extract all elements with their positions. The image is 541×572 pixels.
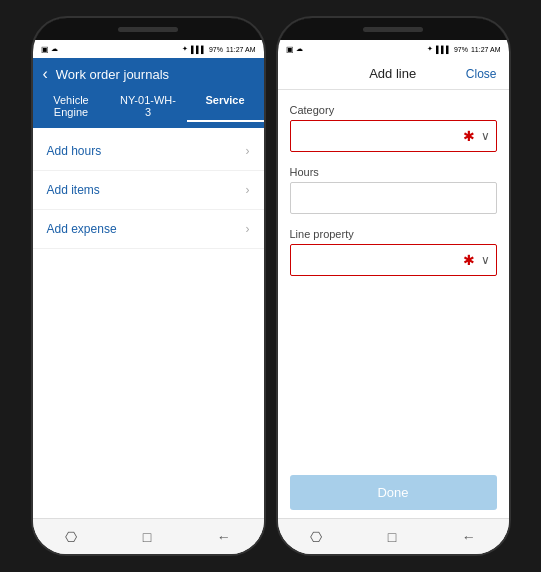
add-hours-label: Add hours [47,144,102,158]
phone2-bottom-nav: ⎔ □ ← [278,518,509,554]
category-field-group: Category ✱ ∨ [290,104,497,152]
chevron-right-icon: › [246,144,250,158]
phone1-notch [33,18,264,40]
camera-icon: ▣ [41,45,49,54]
phone1-bottom-nav: ⎔ □ ← [33,518,264,554]
add-items-label: Add items [47,183,100,197]
bluetooth-icon: ✦ [182,45,188,53]
cloud-icon: ☁ [51,45,58,53]
close-button[interactable]: Close [466,67,497,81]
status-right-2: ✦ ▌▌▌ 97% 11:27 AM [427,45,500,53]
add-line-header: Add line Close [278,58,509,90]
action-list: Add hours › Add items › Add expense › [33,128,264,518]
camera-icon-2: ▣ [286,45,294,54]
tab-vehicle-engine[interactable]: Vehicle Engine [33,90,110,122]
cloud-icon-2: ☁ [296,45,303,53]
signal-icon: ▌▌▌ [191,46,206,53]
category-required-icon: ✱ [463,128,475,144]
status-left-2: ▣ ☁ [286,45,303,54]
home-button[interactable]: □ [143,529,151,545]
tab-ny-01-wh-3[interactable]: NY-01-WH-3 [110,90,187,122]
add-hours-item[interactable]: Add hours › [33,132,264,171]
phone1-header: ‹ Work order journals [33,58,264,90]
category-label: Category [290,104,497,116]
phone-2: ▣ ☁ ✦ ▌▌▌ 97% 11:27 AM Add line Close Ca… [276,16,511,556]
line-property-required-icon: ✱ [463,252,475,268]
tab-service[interactable]: Service [187,90,264,122]
add-line-title: Add line [369,66,416,81]
battery-pct: 97% [209,46,223,53]
phone2-screen: Add line Close Category ✱ ∨ Hours [278,58,509,554]
hours-label: Hours [290,166,497,178]
back-nav-button[interactable]: ← [217,529,231,545]
home-button-2[interactable]: □ [388,529,396,545]
category-dropdown-icon[interactable]: ∨ [481,129,490,143]
recent-apps-button-2[interactable]: ⎔ [310,529,322,545]
line-property-input[interactable]: ✱ ∨ [290,244,497,276]
back-nav-button-2[interactable]: ← [462,529,476,545]
add-items-item[interactable]: Add items › [33,171,264,210]
tabs-bar: Vehicle Engine NY-01-WH-3 Service [33,90,264,128]
form-content: Category ✱ ∨ Hours Line property ✱ [278,90,509,467]
battery-pct-2: 97% [454,46,468,53]
status-right: ✦ ▌▌▌ 97% 11:27 AM [182,45,255,53]
line-property-label: Line property [290,228,497,240]
notch-bar-2 [363,27,423,32]
chevron-right-icon: › [246,222,250,236]
hours-field-group: Hours [290,166,497,214]
status-left: ▣ ☁ [41,45,58,54]
phone-1: ▣ ☁ ✦ ▌▌▌ 97% 11:27 AM ‹ Work order jour… [31,16,266,556]
phone1-status-bar: ▣ ☁ ✦ ▌▌▌ 97% 11:27 AM [33,40,264,58]
chevron-right-icon: › [246,183,250,197]
done-button[interactable]: Done [290,475,497,510]
phone1-screen: ‹ Work order journals Vehicle Engine NY-… [33,58,264,554]
category-input[interactable]: ✱ ∨ [290,120,497,152]
line-property-field-group: Line property ✱ ∨ [290,228,497,276]
page-title: Work order journals [56,67,169,82]
phone2-status-bar: ▣ ☁ ✦ ▌▌▌ 97% 11:27 AM [278,40,509,58]
notch-bar [118,27,178,32]
add-expense-item[interactable]: Add expense › [33,210,264,249]
bluetooth-icon-2: ✦ [427,45,433,53]
back-button[interactable]: ‹ [43,66,48,82]
phone2-notch [278,18,509,40]
clock: 11:27 AM [226,46,256,53]
line-property-dropdown-icon[interactable]: ∨ [481,253,490,267]
add-expense-label: Add expense [47,222,117,236]
signal-icon-2: ▌▌▌ [436,46,451,53]
hours-input[interactable] [290,182,497,214]
done-button-container: Done [278,467,509,518]
recent-apps-button[interactable]: ⎔ [65,529,77,545]
clock-2: 11:27 AM [471,46,501,53]
